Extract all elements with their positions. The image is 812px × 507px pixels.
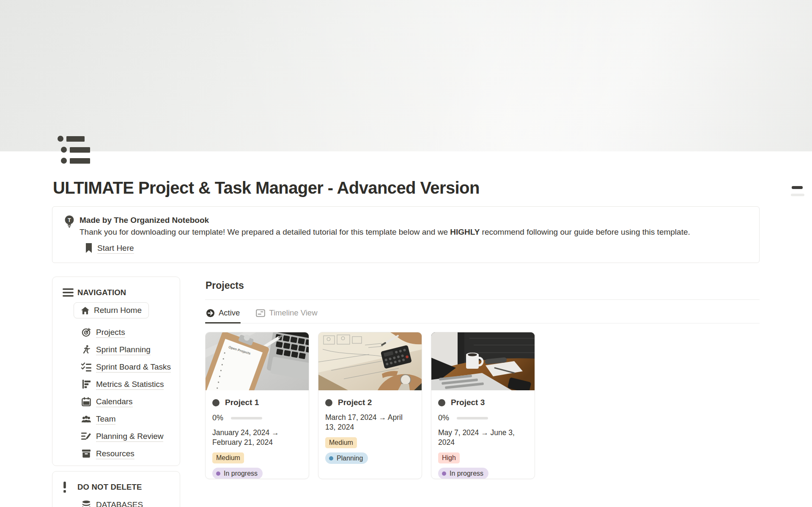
timeline-icon	[256, 309, 265, 317]
outline-indicator-bar[interactable]	[791, 194, 804, 196]
callout-text-bold: HIGHLY	[450, 227, 480, 236]
do-not-delete-panel: DO NOT DELETE DATABASES	[52, 471, 180, 507]
status-tag: In progress	[212, 468, 263, 479]
tab-active[interactable]: Active	[205, 308, 241, 323]
status-dot	[442, 471, 446, 476]
tab-active-label: Active	[219, 308, 240, 318]
progress-bar	[231, 417, 262, 419]
project-3-cover-image	[431, 332, 535, 390]
status-dot	[216, 471, 220, 476]
sidebar-item-sprint-planning[interactable]: Sprint Planning	[81, 341, 172, 358]
status-label: Planning	[337, 455, 363, 462]
svg-text:T: T	[68, 217, 71, 223]
project-page-circle-icon	[325, 399, 332, 406]
sidebar-item-sprint-board-tasks[interactable]: Sprint Board & Tasks	[81, 358, 172, 375]
project-title: Project 2	[338, 398, 372, 407]
project-1-cover-image: Open Projects	[206, 332, 309, 390]
notion-page: ULTIMATE Project & Task Manager - Advanc…	[0, 0, 812, 507]
projects-section-title: Projects	[206, 279, 760, 292]
status-label: In progress	[224, 470, 258, 477]
start-here-link[interactable]: Start Here	[85, 241, 748, 256]
project-card-3[interactable]: Project 3 0% May 7, 2024 → June 3, 2024 …	[431, 332, 535, 479]
sidebar-item-projects[interactable]: Projects	[81, 323, 172, 341]
priority-tag: High	[438, 452, 460, 463]
status-tag: In progress	[438, 468, 488, 479]
view-tabs: Active Timeline View	[205, 300, 760, 323]
sidebar-item-label: DATABASES	[96, 499, 143, 507]
project-dates: January 24, 2024 → February 21, 2024	[212, 428, 302, 447]
page-cover-image	[0, 0, 812, 151]
checklist-icon	[81, 362, 91, 372]
project-title: Project 3	[451, 398, 485, 407]
navigation-panel: NAVIGATION Return Home	[52, 277, 180, 466]
project-title: Project 1	[225, 398, 259, 407]
status-label: In progress	[450, 470, 483, 477]
do-not-delete-header[interactable]: DO NOT DELETE	[63, 482, 172, 493]
sidebar-item-team[interactable]: Team	[81, 410, 172, 428]
sidebar-item-planning-review[interactable]: Planning & Review	[81, 428, 172, 445]
sidebar-item-metrics-statistics[interactable]: Metrics & Statistics	[81, 375, 172, 393]
project-page-circle-icon	[212, 399, 219, 406]
target-icon	[81, 327, 91, 337]
callout-text-before: Thank you for downloading our template! …	[80, 227, 450, 236]
sidebar-item-label: Sprint Planning	[96, 344, 151, 355]
team-icon	[81, 415, 91, 423]
start-here-label: Start Here	[97, 243, 134, 254]
sidebar-item-label: Team	[96, 414, 115, 425]
status-dot	[329, 456, 333, 460]
callout-title: Made by The Organized Notebook	[80, 214, 748, 226]
home-icon	[81, 306, 90, 315]
arrow-circle-icon	[206, 309, 215, 318]
runner-icon	[81, 345, 91, 354]
status-tag: Planning	[325, 452, 368, 464]
sidebar-item-label: Sprint Board & Tasks	[96, 362, 171, 373]
project-page-circle-icon	[438, 399, 445, 406]
priority-tag: Medium	[212, 452, 244, 463]
sidebar-item-label: Metrics & Statistics	[96, 379, 164, 390]
lightbulb-logo-icon: T	[63, 215, 75, 229]
progress-value: 0%	[438, 414, 449, 422]
archive-box-icon	[81, 449, 91, 458]
bar-chart-icon	[81, 379, 91, 389]
project-dates: March 17, 2024 → April 13, 2024	[325, 413, 415, 432]
database-icon	[81, 500, 91, 507]
navigation-header-label: NAVIGATION	[77, 287, 126, 298]
navigation-list: Projects Sprint Pla	[63, 323, 172, 462]
sidebar-item-resources[interactable]: Resources	[81, 445, 172, 462]
do-not-delete-label: DO NOT DELETE	[77, 482, 142, 493]
project-card-1[interactable]: Open Projects Project 1	[205, 332, 309, 479]
project-2-cover-image	[318, 332, 422, 390]
project-card-2[interactable]: Project 2 March 17, 2024 → April 13, 202…	[318, 332, 422, 479]
page-title[interactable]: ULTIMATE Project & Task Manager - Advanc…	[53, 178, 760, 198]
compose-icon	[81, 432, 91, 441]
exclamation-icon	[63, 482, 74, 493]
return-home-button[interactable]: Return Home	[74, 302, 149, 318]
sidebar-item-label: Projects	[96, 327, 125, 338]
return-home-label: Return Home	[94, 306, 142, 315]
calendar-icon	[81, 397, 91, 406]
priority-tag: Medium	[325, 437, 357, 448]
sidebar-item-databases[interactable]: DATABASES	[81, 496, 172, 507]
navigation-header[interactable]: NAVIGATION	[63, 287, 172, 298]
made-by-callout: T Made by The Organized Notebook Thank y…	[52, 206, 760, 263]
hamburger-menu-icon	[63, 288, 74, 297]
progress-value: 0%	[212, 414, 223, 422]
project-dates: May 7, 2024 → June 3, 2024	[438, 428, 528, 447]
tab-timeline-label: Timeline View	[269, 308, 317, 318]
progress-bar	[457, 417, 488, 419]
outline-indicator-bar-active[interactable]	[792, 186, 803, 189]
callout-text-after: recommend following our guide before usi…	[480, 227, 690, 236]
sidebar-item-label: Resources	[96, 448, 134, 459]
sidebar-item-label: Planning & Review	[96, 431, 163, 442]
tab-timeline-view[interactable]: Timeline View	[255, 308, 318, 323]
sidebar-item-calendars[interactable]: Calendars	[81, 393, 172, 410]
callout-text: Thank you for downloading our template! …	[80, 226, 748, 238]
sidebar-item-label: Calendars	[96, 396, 133, 407]
bookmark-icon	[85, 243, 93, 254]
project-gallery: Open Projects Project 1	[205, 332, 760, 479]
